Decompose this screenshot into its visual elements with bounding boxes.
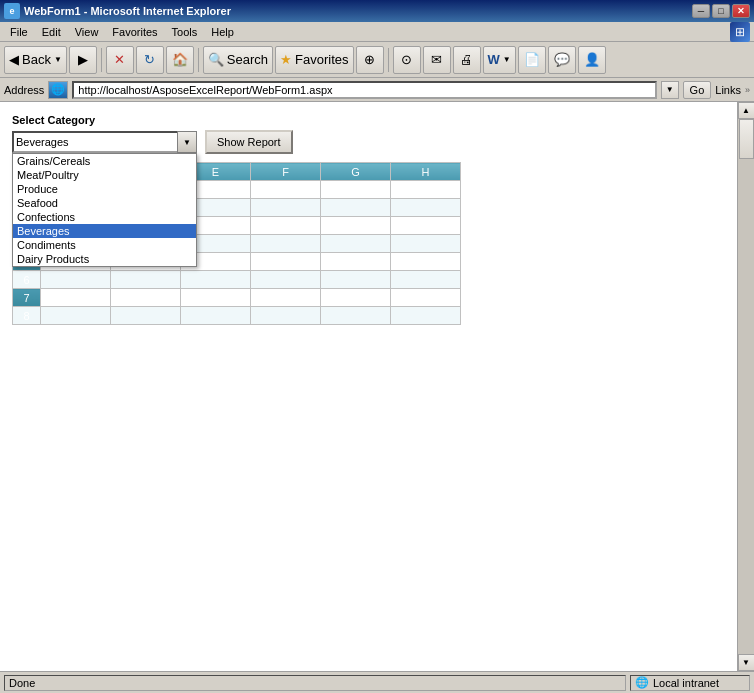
menu-edit[interactable]: Edit <box>36 25 67 39</box>
cell-7d[interactable] <box>111 289 181 307</box>
option-produce[interactable]: Produce <box>13 182 196 196</box>
menu-favorites[interactable]: Favorites <box>106 25 163 39</box>
media-button[interactable]: ⊕ <box>356 46 384 74</box>
cell-4g[interactable] <box>321 235 391 253</box>
table-row: 8 <box>13 307 461 325</box>
option-grains[interactable]: Grains/Cereals <box>13 154 196 168</box>
cell-6e[interactable] <box>181 271 251 289</box>
option-beverages[interactable]: Beverages <box>13 224 196 238</box>
menu-tools[interactable]: Tools <box>166 25 204 39</box>
home-button[interactable]: 🏠 <box>166 46 194 74</box>
cell-6f[interactable] <box>251 271 321 289</box>
refresh-button[interactable]: ↻ <box>136 46 164 74</box>
cell-5h[interactable] <box>391 253 461 271</box>
cell-7e[interactable] <box>181 289 251 307</box>
cell-7g[interactable] <box>321 289 391 307</box>
category-select[interactable]: Grains/Cereals Meat/Poultry Produce Seaf… <box>12 131 197 153</box>
menu-file[interactable]: File <box>4 25 34 39</box>
cell-6c[interactable] <box>41 271 111 289</box>
cell-6d[interactable] <box>111 271 181 289</box>
cell-3f[interactable] <box>251 217 321 235</box>
cell-8g[interactable] <box>321 307 391 325</box>
menu-view[interactable]: View <box>69 25 105 39</box>
discuss-button[interactable]: 💬 <box>548 46 576 74</box>
page-content: Select Category Grains/Cereals Meat/Poul… <box>8 110 729 329</box>
media-icon: ⊕ <box>364 52 375 67</box>
main-content: Select Category Grains/Cereals Meat/Poul… <box>0 102 754 671</box>
window-icon: e <box>4 3 20 19</box>
col-header-h: H <box>391 163 461 181</box>
print-button[interactable]: 🖨 <box>453 46 481 74</box>
separator-3 <box>388 48 389 72</box>
cell-7f[interactable] <box>251 289 321 307</box>
menu-bar: File Edit View Favorites Tools Help ⊞ <box>0 22 754 42</box>
cell-3g[interactable] <box>321 217 391 235</box>
option-condiments[interactable]: Condiments <box>13 238 196 252</box>
scroll-up-button[interactable]: ▲ <box>738 102 755 119</box>
cell-1g[interactable] <box>321 181 391 199</box>
windows-logo: ⊞ <box>730 22 750 42</box>
row-num-7: 7 <box>13 289 41 307</box>
messenger-button[interactable]: 👤 <box>578 46 606 74</box>
favorites-button[interactable]: ★ Favorites <box>275 46 353 74</box>
address-input[interactable] <box>78 84 650 96</box>
scroll-down-button[interactable]: ▼ <box>738 654 755 671</box>
cell-4f[interactable] <box>251 235 321 253</box>
menu-help[interactable]: Help <box>205 25 240 39</box>
option-dairy[interactable]: Dairy Products <box>13 252 196 266</box>
favorites-label: Favorites <box>295 52 348 67</box>
cell-4h[interactable] <box>391 235 461 253</box>
cell-7h[interactable] <box>391 289 461 307</box>
forward-icon: ▶ <box>78 52 88 67</box>
cell-8d[interactable] <box>111 307 181 325</box>
cell-8h[interactable] <box>391 307 461 325</box>
address-dropdown-arrow[interactable]: ▼ <box>661 81 679 99</box>
table-row: 7 <box>13 289 461 307</box>
links-label: Links <box>715 84 741 96</box>
close-button[interactable]: ✕ <box>732 4 750 18</box>
zone-icon: 🌐 <box>635 676 649 689</box>
stop-button[interactable]: ✕ <box>106 46 134 74</box>
history-icon: ⊙ <box>401 52 412 67</box>
search-label: Search <box>227 52 268 67</box>
word-button[interactable]: W ▼ <box>483 46 516 74</box>
back-button[interactable]: ◀ Back ▼ <box>4 46 67 74</box>
option-confections[interactable]: Confections <box>13 210 196 224</box>
dropdown-list[interactable]: Grains/Cereals Meat/Poultry Produce Seaf… <box>12 153 197 267</box>
cell-5g[interactable] <box>321 253 391 271</box>
cell-8e[interactable] <box>181 307 251 325</box>
cell-3h[interactable] <box>391 217 461 235</box>
cell-2h[interactable] <box>391 199 461 217</box>
search-button[interactable]: 🔍 Search <box>203 46 273 74</box>
history-button[interactable]: ⊙ <box>393 46 421 74</box>
cell-7c[interactable] <box>41 289 111 307</box>
status-panel-main: Done <box>4 675 626 691</box>
cell-6g[interactable] <box>321 271 391 289</box>
cell-8f[interactable] <box>251 307 321 325</box>
status-text: Done <box>9 677 35 689</box>
cell-8c[interactable] <box>41 307 111 325</box>
forward-button[interactable]: ▶ <box>69 46 97 74</box>
separator-2 <box>198 48 199 72</box>
maximize-button[interactable]: □ <box>712 4 730 18</box>
minimize-button[interactable]: ─ <box>692 4 710 18</box>
right-scrollbar: ▲ ▼ <box>737 102 754 671</box>
cell-6h[interactable] <box>391 271 461 289</box>
go-button[interactable]: Go <box>683 81 712 99</box>
col-header-g: G <box>321 163 391 181</box>
scrollbar-thumb[interactable] <box>739 119 754 159</box>
cell-2g[interactable] <box>321 199 391 217</box>
cell-1f[interactable] <box>251 181 321 199</box>
cell-1h[interactable] <box>391 181 461 199</box>
globe-icon: 🌐 <box>51 83 65 96</box>
cell-5f[interactable] <box>251 253 321 271</box>
option-seafood[interactable]: Seafood <box>13 196 196 210</box>
cell-2f[interactable] <box>251 199 321 217</box>
option-meat[interactable]: Meat/Poultry <box>13 168 196 182</box>
toolbar: ◀ Back ▼ ▶ ✕ ↻ 🏠 🔍 Search ★ Favorites ⊕ … <box>0 42 754 78</box>
mail-button[interactable]: ✉ <box>423 46 451 74</box>
word-arrow-icon: ▼ <box>503 55 511 64</box>
back-icon: ◀ <box>9 52 19 67</box>
research-button[interactable]: 📄 <box>518 46 546 74</box>
show-report-button[interactable]: Show Report <box>205 130 293 154</box>
